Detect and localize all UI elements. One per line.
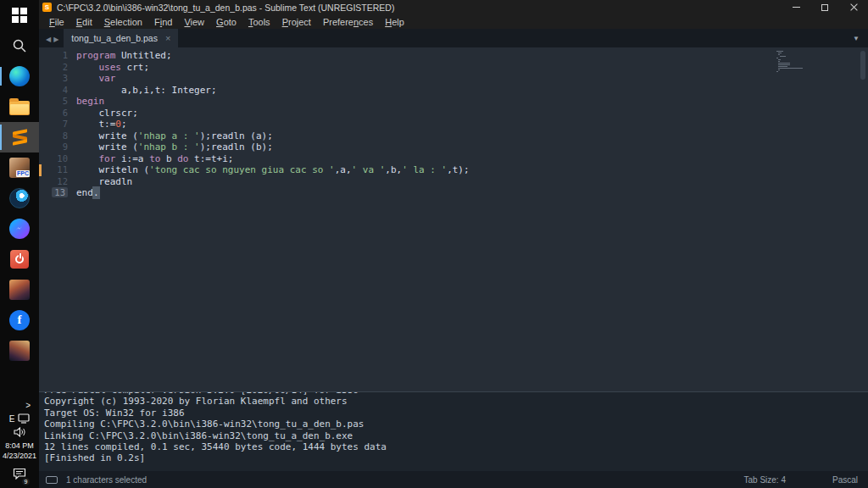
fpc-icon: FPC <box>9 158 30 178</box>
menu-bar: FileEditSelectionFindViewGotoToolsProjec… <box>39 14 868 29</box>
taskbar-item-fpc[interactable]: FPC <box>0 152 39 183</box>
code-lines: 1program Untitled;2 uses crt;3 var4 a,b,… <box>39 50 868 199</box>
title-bar: S C:\FPC\3.2.0\bin\i386-win32\tong_tu_a_… <box>39 0 868 14</box>
status-bar: 1 characters selected Tab Size: 4 Pascal <box>39 471 868 488</box>
tab-tong-tu-a-den-b[interactable]: tong_tu_a_den_b.pas × <box>64 29 178 47</box>
menu-item-view[interactable]: View <box>178 17 210 27</box>
tab-overflow-icon[interactable]: ▼ <box>844 30 868 47</box>
edge-icon <box>9 66 30 86</box>
code-line-9[interactable]: 9 write ('nhap b : ');readln (b); <box>39 141 868 153</box>
tab-size-indicator[interactable]: Tab Size: 4 <box>744 475 786 485</box>
taskbar-item-game-2[interactable] <box>0 336 39 366</box>
console-line: Copyright (c) 1993-2020 by Florian Klaem… <box>44 396 868 407</box>
code-line-12[interactable]: 12 readln <box>39 176 868 188</box>
search-icon <box>12 38 27 53</box>
taskbar-clock[interactable]: 8:04 PM 4/23/2021 <box>3 441 36 461</box>
volume-icon[interactable] <box>14 427 26 437</box>
notification-count-badge: 9 <box>21 477 31 486</box>
console-line: Linking C:\FPC\3.2.0\bin\i386-win32\tong… <box>44 430 868 441</box>
menu-item-project[interactable]: Project <box>276 17 317 27</box>
maximize-button[interactable] <box>810 0 839 14</box>
console-line: Compiling C:\FPC\3.2.0\bin\i386-win32\to… <box>44 419 868 430</box>
taskbar-item-game-1[interactable] <box>0 274 39 305</box>
windows-logo-icon <box>12 8 27 23</box>
sublime-text-window: S C:\FPC\3.2.0\bin\i386-win32\tong_tu_a_… <box>39 0 868 488</box>
notification-center-button[interactable]: 9 <box>13 468 26 483</box>
language-indicator[interactable]: E <box>9 414 15 424</box>
code-line-3[interactable]: 3 var <box>39 73 868 85</box>
messenger-icon <box>9 219 30 239</box>
taskbar-item-sublime[interactable] <box>0 122 39 152</box>
menu-item-tools[interactable]: Tools <box>242 17 276 27</box>
folder-icon <box>9 101 30 115</box>
syntax-indicator[interactable]: Pascal <box>832 475 858 485</box>
taskbar-item-power[interactable] <box>0 244 39 274</box>
windows-taskbar: FPC f > E 8:04 PM <box>0 0 39 488</box>
tab-close-icon[interactable]: × <box>165 33 170 43</box>
start-button[interactable] <box>0 0 39 30</box>
facebook-icon: f <box>9 310 30 330</box>
build-output-panel[interactable]: Free Pascal Compiler version 3.2.0 [2020… <box>39 391 868 471</box>
show-hidden-icons-chevron[interactable]: > <box>25 401 31 410</box>
game-artwork-icon <box>9 341 30 361</box>
console-line: [Finished in 0.2s] <box>44 452 868 463</box>
code-line-4[interactable]: 4 a,b,i,t: Integer; <box>39 85 868 97</box>
clock-date: 4/23/2021 <box>3 451 36 461</box>
minimize-button[interactable] <box>782 0 810 14</box>
fpc-icon-label: FPC <box>16 170 30 177</box>
sublime-text-icon <box>13 130 27 144</box>
code-line-11[interactable]: 11 writeln ('tong cac so nguyen giua cac… <box>39 164 868 176</box>
tab-bar: ◀▶ tong_tu_a_den_b.pas × ▼ <box>39 29 868 47</box>
tab-nav-arrows[interactable]: ◀▶ <box>39 36 64 47</box>
taskbar-item-file-explorer[interactable] <box>0 92 39 122</box>
editor-scrollbar[interactable] <box>860 51 865 80</box>
menu-item-file[interactable]: File <box>43 17 70 27</box>
taskbar-item-edge[interactable] <box>0 61 39 92</box>
close-button[interactable] <box>839 0 868 14</box>
code-line-7[interactable]: 7 t:=0; <box>39 119 868 130</box>
selection-status: 1 characters selected <box>66 475 147 485</box>
window-title: C:\FPC\3.2.0\bin\i386-win32\tong_tu_a_de… <box>57 3 394 13</box>
code-line-10[interactable]: 10 for i:=a to b do t:=t+i; <box>39 153 868 165</box>
tab-forward-icon[interactable]: ▶ <box>53 36 61 43</box>
tray-language-network[interactable]: E <box>9 413 31 424</box>
power-icon <box>10 250 29 269</box>
vintage-mode-icon <box>46 476 58 484</box>
code-line-8[interactable]: 8 write ('nhap a : ');readln (a); <box>39 130 868 142</box>
clock-time: 8:04 PM <box>3 441 36 451</box>
taskbar-item-facebook[interactable]: f <box>0 305 39 336</box>
menu-item-edit[interactable]: Edit <box>70 17 98 27</box>
code-line-5[interactable]: 5begin <box>39 96 868 108</box>
console-line: 12 lines compiled, 0.1 sec, 35440 bytes … <box>44 441 868 452</box>
game-artwork-icon <box>9 280 30 300</box>
menu-item-goto[interactable]: Goto <box>210 17 242 27</box>
minimap[interactable] <box>776 51 814 73</box>
taskbar-item-coccoc[interactable] <box>0 183 39 214</box>
menu-item-help[interactable]: Help <box>379 17 410 27</box>
menu-item-selection[interactable]: Selection <box>98 17 148 27</box>
network-icon[interactable] <box>18 413 30 424</box>
menu-item-preferences[interactable]: Preferences <box>317 17 379 27</box>
menu-item-find[interactable]: Find <box>148 17 178 27</box>
code-line-1[interactable]: 1program Untitled; <box>39 50 868 62</box>
taskbar-search-button[interactable] <box>0 30 39 61</box>
code-line-13[interactable]: 13end. <box>39 187 868 199</box>
window-controls <box>782 0 868 14</box>
tab-back-icon[interactable]: ◀ <box>46 36 53 43</box>
tab-label: tong_tu_a_den_b.pas <box>71 33 158 43</box>
code-line-2[interactable]: 2 uses crt; <box>39 62 868 74</box>
console-lines: Free Pascal Compiler version 3.2.0 [2020… <box>44 391 868 464</box>
system-tray: > E 8:04 PM 4/23/2021 9 <box>0 401 39 488</box>
taskbar-item-messenger[interactable] <box>0 214 39 244</box>
sublime-title-icon: S <box>42 3 52 12</box>
console-line: Target OS: Win32 for i386 <box>44 408 868 419</box>
code-line-6[interactable]: 6 clrscr; <box>39 108 868 119</box>
coccoc-browser-icon <box>9 188 30 208</box>
code-editor[interactable]: 1program Untitled;2 uses crt;3 var4 a,b,… <box>39 47 868 391</box>
